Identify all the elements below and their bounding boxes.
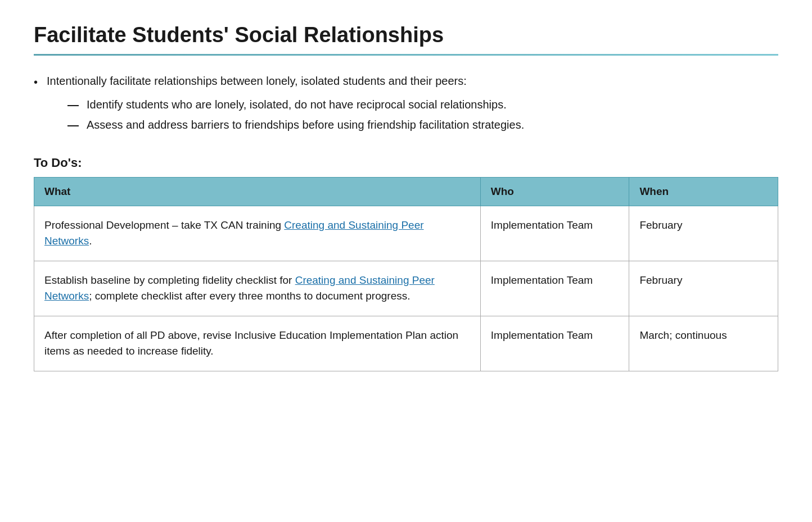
sub-bullet-2: — Assess and address barriers to friends… bbox=[67, 116, 778, 133]
main-bullet: • Intentionally facilitate relationships… bbox=[34, 72, 778, 90]
table-cell-what-1: Professional Development – take TX CAN t… bbox=[34, 206, 481, 261]
bullet-dot: • bbox=[34, 74, 38, 90]
table-cell-who-1: Implementation Team bbox=[480, 206, 629, 261]
col-header-who: Who bbox=[480, 177, 629, 206]
sub-bullet-text-2: Assess and address barriers to friendshi… bbox=[87, 116, 524, 133]
page-title: Facilitate Students' Social Relationship… bbox=[34, 22, 778, 48]
todos-table: What Who When Professional Development –… bbox=[34, 177, 778, 371]
table-cell-when-2: February bbox=[629, 261, 778, 316]
table-cell-when-3: March; continuous bbox=[629, 316, 778, 371]
table-header: What Who When bbox=[34, 177, 778, 206]
table-row: Establish baseline by completing fidelit… bbox=[34, 261, 778, 316]
dash-icon-2: — bbox=[67, 116, 79, 133]
col-header-when: When bbox=[629, 177, 778, 206]
table-cell-who-2: Implementation Team bbox=[480, 261, 629, 316]
table-row: After completion of all PD above, revise… bbox=[34, 316, 778, 371]
sub-bullets: — Identify students who are lonely, isol… bbox=[67, 96, 778, 133]
table-link-2[interactable]: Creating and Sustaining Peer Networks bbox=[44, 274, 435, 302]
dash-icon-1: — bbox=[67, 96, 79, 113]
table-row: Professional Development – take TX CAN t… bbox=[34, 206, 778, 261]
sub-bullet-text-1: Identify students who are lonely, isolat… bbox=[87, 96, 507, 113]
table-cell-what-2: Establish baseline by completing fidelit… bbox=[34, 261, 481, 316]
table-body: Professional Development – take TX CAN t… bbox=[34, 206, 778, 371]
sub-bullet-1: — Identify students who are lonely, isol… bbox=[67, 96, 778, 113]
col-header-what: What bbox=[34, 177, 481, 206]
title-divider bbox=[34, 54, 778, 56]
todos-section: To Do's: What Who When Professional Deve… bbox=[34, 156, 778, 371]
todos-heading: To Do's: bbox=[34, 156, 778, 170]
table-header-row: What Who When bbox=[34, 177, 778, 206]
bullet-section: • Intentionally facilitate relationships… bbox=[34, 72, 778, 133]
table-cell-when-1: February bbox=[629, 206, 778, 261]
table-cell-what-3: After completion of all PD above, revise… bbox=[34, 316, 481, 371]
main-bullet-text: Intentionally facilitate relationships b… bbox=[47, 72, 467, 89]
table-link-1[interactable]: Creating and Sustaining Peer Networks bbox=[44, 219, 424, 247]
table-cell-who-3: Implementation Team bbox=[480, 316, 629, 371]
